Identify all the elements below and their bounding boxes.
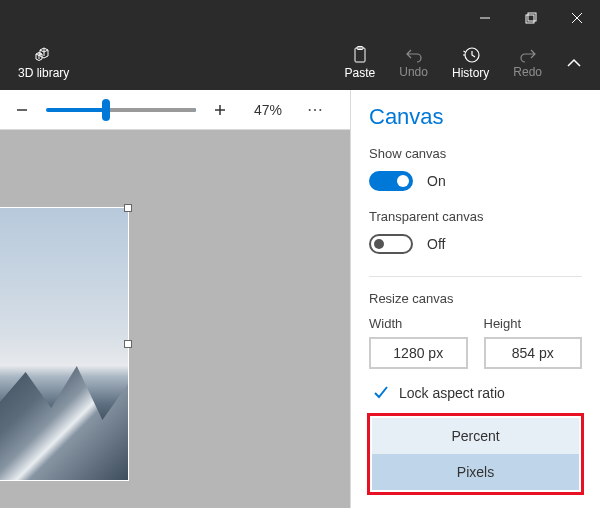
lock-aspect-ratio-checkbox[interactable]: Lock aspect ratio	[369, 379, 582, 413]
unit-option-pixels[interactable]: Pixels	[372, 454, 579, 490]
unit-option-percent[interactable]: Percent	[372, 418, 579, 454]
clipboard-icon	[352, 46, 368, 64]
history-button[interactable]: History	[440, 36, 501, 90]
redo-label: Redo	[513, 65, 542, 79]
canvas-image[interactable]	[0, 208, 128, 480]
maximize-button[interactable]	[508, 0, 554, 36]
svg-rect-2	[528, 13, 536, 21]
zoom-out-button[interactable]	[8, 96, 36, 124]
resize-canvas-label: Resize canvas	[369, 291, 582, 306]
zoom-slider[interactable]	[46, 108, 196, 112]
chevron-up-icon	[566, 58, 582, 68]
collapse-ribbon-button[interactable]	[554, 58, 594, 68]
3d-library-label: 3D library	[18, 66, 69, 80]
checkmark-icon	[373, 385, 389, 401]
window-titlebar	[0, 0, 600, 36]
zoom-toolbar: 47% ⋯	[0, 90, 350, 130]
unit-dropdown: Percent Pixels	[367, 413, 584, 495]
minimize-button[interactable]	[462, 0, 508, 36]
undo-label: Undo	[399, 65, 428, 79]
width-label: Width	[369, 316, 468, 331]
canvas-panel: Canvas Show canvas On Transparent canvas…	[350, 90, 600, 508]
paste-label: Paste	[345, 66, 376, 80]
show-canvas-state: On	[427, 173, 446, 189]
undo-button[interactable]: Undo	[387, 36, 440, 90]
undo-icon	[405, 47, 423, 63]
cube-icon	[34, 46, 54, 64]
history-label: History	[452, 66, 489, 80]
ribbon: 3D library Paste Undo History Redo	[0, 36, 600, 90]
svg-rect-1	[526, 15, 534, 23]
canvas-stage[interactable]	[0, 130, 350, 508]
paste-button[interactable]: Paste	[333, 36, 388, 90]
svg-rect-5	[355, 48, 365, 62]
redo-icon	[519, 47, 537, 63]
zoom-value[interactable]: 47%	[244, 102, 292, 118]
lock-aspect-label: Lock aspect ratio	[399, 385, 505, 401]
zoom-slider-thumb[interactable]	[102, 99, 110, 121]
more-button[interactable]: ⋯	[302, 100, 330, 119]
transparent-canvas-state: Off	[427, 236, 445, 252]
close-button[interactable]	[554, 0, 600, 36]
redo-button[interactable]: Redo	[501, 36, 554, 90]
height-input[interactable]: 854 px	[484, 337, 583, 369]
resize-handle[interactable]	[124, 204, 132, 212]
height-label: Height	[484, 316, 583, 331]
transparent-canvas-toggle[interactable]	[369, 234, 413, 254]
show-canvas-label: Show canvas	[369, 146, 582, 161]
width-input[interactable]: 1280 px	[369, 337, 468, 369]
history-icon	[462, 46, 480, 64]
resize-handle[interactable]	[124, 340, 132, 348]
show-canvas-toggle[interactable]	[369, 171, 413, 191]
transparent-canvas-label: Transparent canvas	[369, 209, 582, 224]
zoom-in-button[interactable]	[206, 96, 234, 124]
panel-title: Canvas	[369, 104, 582, 130]
3d-library-button[interactable]: 3D library	[6, 46, 81, 80]
